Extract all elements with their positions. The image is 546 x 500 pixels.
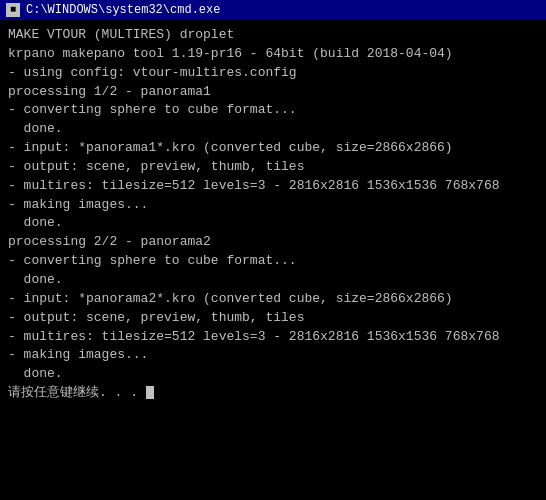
console-line: - multires: tilesize=512 levels=3 - 2816…	[8, 177, 538, 196]
console-line: - making images...	[8, 196, 538, 215]
console-line: MAKE VTOUR (MULTIRES) droplet	[8, 26, 538, 45]
title-bar-icon: ■	[6, 3, 20, 17]
cursor-blink	[146, 386, 154, 399]
console-body: MAKE VTOUR (MULTIRES) dropletkrpano make…	[0, 20, 546, 500]
console-line: done.	[8, 365, 538, 384]
console-line: - using config: vtour-multires.config	[8, 64, 538, 83]
console-line: - multires: tilesize=512 levels=3 - 2816…	[8, 328, 538, 347]
console-line: - input: *panorama2*.kro (converted cube…	[8, 290, 538, 309]
title-bar-title: C:\WINDOWS\system32\cmd.exe	[26, 3, 220, 17]
console-line: done.	[8, 271, 538, 290]
console-line: - input: *panorama1*.kro (converted cube…	[8, 139, 538, 158]
console-line: - making images...	[8, 346, 538, 365]
console-line: processing 1/2 - panorama1	[8, 83, 538, 102]
console-line: done.	[8, 120, 538, 139]
console-line: processing 2/2 - panorama2	[8, 233, 538, 252]
console-line: - converting sphere to cube format...	[8, 101, 538, 120]
console-line: - output: scene, preview, thumb, tiles	[8, 158, 538, 177]
console-line: done.	[8, 214, 538, 233]
console-line: krpano makepano tool 1.19-pr16 - 64bit (…	[8, 45, 538, 64]
title-bar: ■ C:\WINDOWS\system32\cmd.exe	[0, 0, 546, 20]
console-line: - output: scene, preview, thumb, tiles	[8, 309, 538, 328]
console-line: 请按任意键继续. . .	[8, 384, 538, 403]
console-line: - converting sphere to cube format...	[8, 252, 538, 271]
